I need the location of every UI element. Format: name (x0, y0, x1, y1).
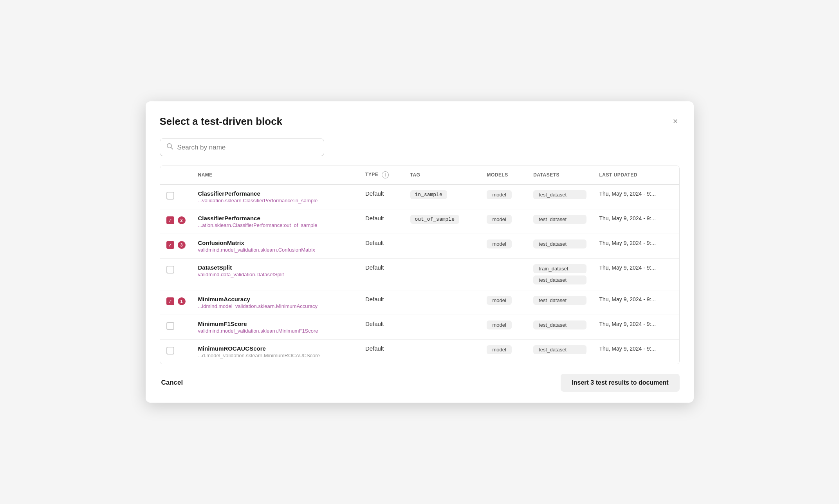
row-checkbox-cell (160, 184, 192, 209)
row-type: Default (365, 320, 384, 327)
checkbox[interactable]: ✓ (166, 216, 174, 224)
table-row: ✓ 2 ClassifierPerformance ...ation.sklea… (160, 209, 679, 234)
row-datasets-cell: train_datasettest_dataset (527, 259, 593, 290)
model-badge: model (487, 296, 511, 305)
row-name: ConfusionMatrix (198, 239, 353, 246)
row-name-cell: ClassifierPerformance ...ation.sklearn.C… (192, 209, 359, 234)
checkbox-with-badge[interactable]: ✓ 2 (166, 216, 186, 224)
row-tag: out_of_sample (410, 215, 459, 224)
blocks-table: NAME TYPE i TAG MODELS DATASETS LAST UPD… (160, 166, 679, 364)
checkbox-with-badge[interactable]: ✓ 1 (166, 297, 186, 305)
dataset-badge-wrap: test_dataset (533, 296, 586, 305)
row-last-updated-cell: Thu, May 9, 2024 - 9:... (593, 340, 679, 364)
col-header-type: TYPE i (359, 166, 404, 184)
type-info-icon[interactable]: i (382, 171, 389, 178)
table-row: ✓ 1 MinimumAccuracy ...idmind.model_vali… (160, 290, 679, 315)
svg-line-1 (171, 148, 173, 149)
row-type-cell: Default (359, 340, 404, 364)
row-type: Default (365, 215, 384, 221)
row-name-cell: MinimumAccuracy ...idmind.model_validati… (192, 290, 359, 315)
row-type-cell: Default (359, 259, 404, 290)
checkbox[interactable] (166, 192, 174, 200)
row-models-cell (480, 259, 527, 290)
row-last-updated-cell: Thu, May 9, 2024 - 9:... (593, 259, 679, 290)
row-sub: validmind.model_validation.sklearn.Minim… (198, 328, 353, 334)
table-row: MinimumF1Score validmind.model_validatio… (160, 315, 679, 340)
row-last-updated: Thu, May 9, 2024 - 9:... (599, 296, 656, 302)
row-datasets-cell: test_dataset (527, 290, 593, 315)
modal-title: Select a test-driven block (160, 115, 283, 128)
col-header-name: NAME (192, 166, 359, 184)
row-name: MinimumAccuracy (198, 296, 353, 302)
col-header-last-updated: LAST UPDATED (593, 166, 679, 184)
row-name-cell: ConfusionMatrix validmind.model_validati… (192, 234, 359, 259)
checkbox[interactable]: ✓ (166, 297, 174, 305)
search-input[interactable] (177, 144, 318, 151)
row-tag-cell (404, 259, 481, 290)
row-type-cell: Default (359, 209, 404, 234)
dataset-badge-wrap: test_dataset (533, 190, 586, 199)
row-datasets-cell: test_dataset (527, 234, 593, 259)
row-checkbox-cell: ✓ 1 (160, 290, 192, 315)
checkbox[interactable]: ✓ (166, 241, 174, 249)
modal-container: Select a test-driven block × NAME TYPE (146, 101, 694, 403)
dataset-badge-wrap: test_dataset (533, 345, 586, 354)
row-models-cell: model (480, 234, 527, 259)
row-sub: validmind.data_validation.DatasetSplit (198, 272, 353, 277)
row-last-updated: Thu, May 9, 2024 - 9:... (599, 240, 656, 246)
dataset-badge: test_dataset (533, 296, 586, 305)
row-sub: ...idmind.model_validation.sklearn.Minim… (198, 303, 353, 309)
checkbox[interactable] (166, 266, 174, 274)
cancel-button[interactable]: Cancel (160, 376, 185, 390)
row-sub: ...ation.sklearn.ClassifierPerformance:o… (198, 222, 353, 228)
dataset-badge: test_dataset (533, 320, 586, 329)
row-last-updated-cell: Thu, May 9, 2024 - 9:... (593, 184, 679, 209)
row-name-cell: ClassifierPerformance ...validation.skle… (192, 184, 359, 209)
checkbox[interactable] (166, 322, 174, 330)
col-header-models: MODELS (480, 166, 527, 184)
row-name: ClassifierPerformance (198, 215, 353, 221)
row-datasets-cell: test_dataset (527, 184, 593, 209)
row-name-cell: MinimumROCAUCScore ...d.model_validation… (192, 340, 359, 364)
row-tag-cell (404, 340, 481, 364)
row-models-cell: model (480, 290, 527, 315)
table-row: DatasetSplit validmind.data_validation.D… (160, 259, 679, 290)
selection-badge: 1 (178, 297, 186, 305)
table-row: ClassifierPerformance ...validation.skle… (160, 184, 679, 209)
row-models-cell: model (480, 209, 527, 234)
selection-badge: 2 (178, 216, 186, 224)
close-button[interactable]: × (671, 115, 680, 127)
row-models-cell: model (480, 315, 527, 340)
dataset-badge-wrap: train_datasettest_dataset (533, 264, 586, 284)
row-checkbox-cell: ✓ 3 (160, 234, 192, 259)
col-header-tag: TAG (404, 166, 481, 184)
insert-button[interactable]: Insert 3 test results to document (561, 374, 679, 392)
row-datasets-cell: test_dataset (527, 315, 593, 340)
row-type: Default (365, 264, 384, 271)
row-name-cell: DatasetSplit validmind.data_validation.D… (192, 259, 359, 290)
row-tag-cell: in_sample (404, 184, 481, 209)
modal-header: Select a test-driven block × (160, 115, 680, 128)
row-last-updated: Thu, May 9, 2024 - 9:... (599, 191, 656, 197)
row-sub: ...d.model_validation.sklearn.MinimumROC… (198, 353, 353, 358)
model-badge: model (487, 345, 511, 354)
table-header-row: NAME TYPE i TAG MODELS DATASETS LAST UPD… (160, 166, 679, 184)
modal-footer: Cancel Insert 3 test results to document (160, 374, 680, 392)
search-icon (166, 143, 173, 152)
row-tag-cell: out_of_sample (404, 209, 481, 234)
selection-badge: 3 (178, 241, 186, 249)
dataset-badge: test_dataset (533, 275, 586, 284)
model-badge: model (487, 320, 511, 329)
row-last-updated: Thu, May 9, 2024 - 9:... (599, 265, 656, 271)
checkbox[interactable] (166, 347, 174, 355)
row-type: Default (365, 296, 384, 302)
table-row: ✓ 3 ConfusionMatrix validmind.model_vali… (160, 234, 679, 259)
row-sub: validmind.model_validation.sklearn.Confu… (198, 247, 353, 253)
row-checkbox-cell (160, 259, 192, 290)
row-type: Default (365, 345, 384, 352)
row-type-cell: Default (359, 315, 404, 340)
row-last-updated: Thu, May 9, 2024 - 9:... (599, 215, 656, 221)
row-datasets-cell: test_dataset (527, 209, 593, 234)
checkbox-with-badge[interactable]: ✓ 3 (166, 241, 186, 249)
row-last-updated: Thu, May 9, 2024 - 9:... (599, 346, 656, 352)
